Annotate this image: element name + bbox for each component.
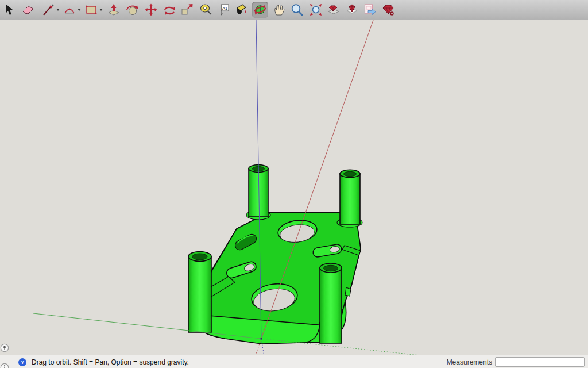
status-message: Drag to orbit. Shift = Pan, Option = sus… (32, 358, 189, 366)
rotate-button[interactable] (161, 2, 177, 18)
extension-warehouse-icon (381, 3, 395, 17)
pan-icon (272, 3, 286, 17)
orbit-button[interactable] (252, 2, 268, 18)
axes-origin (261, 338, 262, 340)
send-to-layout-button[interactable] (362, 2, 378, 18)
geolocation-icon (0, 343, 9, 352)
help-icon[interactable]: ? (18, 358, 27, 367)
zoom-extents-icon (309, 3, 323, 17)
share-model-button[interactable] (344, 2, 360, 18)
text-button[interactable]: A1 (216, 2, 233, 18)
model-canvas[interactable] (0, 20, 588, 355)
line-button[interactable] (40, 2, 56, 18)
arc-dropdown-caret[interactable] (78, 9, 81, 11)
paint-bucket-icon (234, 3, 248, 17)
statusbar-divider (14, 358, 14, 367)
top-toolbar: A1 (0, 0, 588, 20)
model-info-icon (0, 363, 9, 368)
get-models-button[interactable] (326, 2, 342, 18)
geolocation-icon[interactable] (0, 343, 9, 352)
zoom-button[interactable] (289, 2, 305, 18)
orbit-icon (253, 3, 267, 17)
svg-text:?: ? (21, 359, 25, 365)
eraser-icon (21, 3, 35, 17)
measurements-input[interactable] (495, 357, 585, 367)
rectangle-button[interactable] (83, 2, 99, 18)
edge-tab[interactable] (345, 288, 351, 296)
scale-button[interactable] (179, 2, 195, 18)
sketchup-window: A1 A1A (0, 0, 588, 368)
rectangle-dropdown-caret[interactable] (99, 9, 103, 11)
green-bracket-model[interactable] (188, 165, 362, 344)
line-dropdown-caret[interactable] (56, 9, 60, 11)
svg-text:A1: A1 (222, 6, 227, 11)
status-bar: ? Drag to orbit. Shift = Pan, Option = s… (0, 355, 588, 368)
two-point-arc-icon (63, 3, 76, 17)
move-button[interactable] (143, 2, 159, 18)
eraser-button[interactable] (20, 2, 36, 18)
select-icon (1, 3, 15, 17)
rectangle-icon (84, 3, 98, 17)
select-button[interactable] (0, 2, 16, 18)
model-post[interactable] (188, 252, 211, 333)
scale-icon (180, 3, 194, 17)
zoom-extents-button[interactable] (308, 2, 324, 18)
follow-me-button[interactable] (124, 2, 140, 18)
zoom-icon (290, 3, 304, 17)
send-to-layout-icon (363, 3, 377, 17)
model-info-icon[interactable] (0, 363, 9, 368)
get-models-icon (327, 3, 341, 17)
push-pull-button[interactable] (106, 2, 122, 18)
line-icon (41, 3, 55, 17)
tape-measure-icon (199, 3, 213, 17)
follow-me-icon (125, 3, 139, 17)
tape-measure-button[interactable] (198, 2, 214, 18)
extension-warehouse-button[interactable] (380, 2, 396, 18)
pan-button[interactable] (271, 2, 287, 18)
paint-bucket-button[interactable] (233, 2, 249, 18)
push-pull-icon (107, 3, 121, 17)
help-icon: ? (18, 358, 27, 367)
arc-button[interactable] (61, 2, 78, 18)
model-post[interactable] (340, 170, 360, 224)
3d-viewport[interactable] (0, 20, 588, 355)
move-icon (144, 3, 158, 17)
measurements-label: Measurements (447, 358, 492, 366)
text-icon: A1 (218, 3, 231, 17)
share-model-icon (345, 3, 359, 17)
rotate-icon (163, 3, 176, 17)
